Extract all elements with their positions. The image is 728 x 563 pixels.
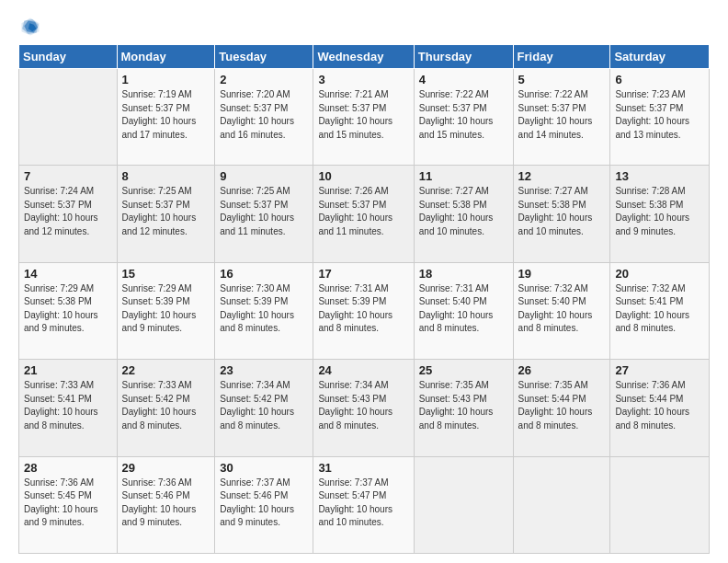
logo: [18, 17, 40, 37]
week-row-3: 21Sunrise: 7:33 AMSunset: 5:41 PMDayligh…: [19, 360, 710, 456]
calendar-cell: 7Sunrise: 7:24 AMSunset: 5:37 PMDaylight…: [19, 166, 118, 262]
header-day-thursday: Thursday: [414, 45, 513, 69]
day-info: Sunrise: 7:28 AMSunset: 5:38 PMDaylight:…: [615, 185, 704, 238]
calendar-cell: 27Sunrise: 7:36 AMSunset: 5:44 PMDayligh…: [610, 360, 710, 456]
calendar-cell: 24Sunrise: 7:34 AMSunset: 5:43 PMDayligh…: [313, 360, 414, 456]
calendar-cell: [513, 456, 610, 553]
day-info: Sunrise: 7:33 AMSunset: 5:41 PMDaylight:…: [24, 379, 112, 432]
day-info: Sunrise: 7:35 AMSunset: 5:43 PMDaylight:…: [419, 379, 508, 432]
day-info: Sunrise: 7:34 AMSunset: 5:42 PMDaylight:…: [220, 379, 308, 432]
calendar-cell: 21Sunrise: 7:33 AMSunset: 5:41 PMDayligh…: [19, 360, 118, 456]
day-info: Sunrise: 7:26 AMSunset: 5:37 PMDaylight:…: [318, 185, 408, 238]
calendar-cell: 16Sunrise: 7:30 AMSunset: 5:39 PMDayligh…: [215, 262, 313, 359]
day-number: 4: [419, 73, 508, 86]
day-info: Sunrise: 7:31 AMSunset: 5:40 PMDaylight:…: [419, 282, 508, 336]
calendar-cell: [414, 456, 513, 553]
day-number: 14: [24, 267, 112, 281]
day-number: 18: [419, 267, 508, 281]
calendar-cell: 2Sunrise: 7:20 AMSunset: 5:37 PMDaylight…: [215, 69, 313, 166]
day-info: Sunrise: 7:21 AMSunset: 5:37 PMDaylight:…: [318, 88, 408, 142]
calendar-cell: 1Sunrise: 7:19 AMSunset: 5:37 PMDaylight…: [117, 69, 215, 166]
calendar-cell: 11Sunrise: 7:27 AMSunset: 5:38 PMDayligh…: [414, 166, 513, 262]
day-number: 28: [24, 461, 112, 475]
day-number: 7: [24, 169, 112, 183]
week-row-4: 28Sunrise: 7:36 AMSunset: 5:45 PMDayligh…: [19, 456, 710, 553]
calendar-cell: 14Sunrise: 7:29 AMSunset: 5:38 PMDayligh…: [19, 262, 118, 359]
day-info: Sunrise: 7:36 AMSunset: 5:45 PMDaylight:…: [24, 477, 112, 530]
day-number: 27: [615, 363, 704, 377]
day-info: Sunrise: 7:37 AMSunset: 5:47 PMDaylight:…: [318, 477, 408, 530]
header-row: SundayMondayTuesdayWednesdayThursdayFrid…: [19, 45, 710, 69]
day-info: Sunrise: 7:30 AMSunset: 5:39 PMDaylight:…: [220, 282, 308, 336]
day-number: 6: [615, 73, 704, 86]
day-info: Sunrise: 7:20 AMSunset: 5:37 PMDaylight:…: [220, 88, 308, 142]
calendar-cell: 4Sunrise: 7:22 AMSunset: 5:37 PMDaylight…: [414, 69, 513, 166]
day-info: Sunrise: 7:27 AMSunset: 5:38 PMDaylight:…: [518, 185, 606, 238]
calendar-cell: 25Sunrise: 7:35 AMSunset: 5:43 PMDayligh…: [414, 360, 513, 456]
day-info: Sunrise: 7:29 AMSunset: 5:39 PMDaylight:…: [122, 282, 210, 336]
day-number: 12: [518, 169, 606, 183]
calendar-cell: 19Sunrise: 7:32 AMSunset: 5:40 PMDayligh…: [513, 262, 610, 359]
day-number: 16: [220, 267, 308, 281]
day-number: 19: [518, 267, 606, 281]
calendar-cell: 30Sunrise: 7:37 AMSunset: 5:46 PMDayligh…: [215, 456, 313, 553]
day-number: 29: [122, 461, 210, 475]
day-info: Sunrise: 7:24 AMSunset: 5:37 PMDaylight:…: [24, 185, 112, 238]
calendar-cell: 6Sunrise: 7:23 AMSunset: 5:37 PMDaylight…: [610, 69, 710, 166]
header-day-friday: Friday: [513, 45, 610, 69]
calendar-cell: 13Sunrise: 7:28 AMSunset: 5:38 PMDayligh…: [610, 166, 710, 262]
day-info: Sunrise: 7:22 AMSunset: 5:37 PMDaylight:…: [419, 88, 508, 142]
calendar-body: 1Sunrise: 7:19 AMSunset: 5:37 PMDaylight…: [19, 69, 710, 554]
day-number: 30: [220, 461, 308, 475]
day-info: Sunrise: 7:29 AMSunset: 5:38 PMDaylight:…: [24, 282, 112, 336]
day-info: Sunrise: 7:19 AMSunset: 5:37 PMDaylight:…: [122, 88, 210, 142]
day-info: Sunrise: 7:34 AMSunset: 5:43 PMDaylight:…: [318, 379, 408, 432]
calendar-table: SundayMondayTuesdayWednesdayThursdayFrid…: [18, 44, 710, 554]
day-info: Sunrise: 7:37 AMSunset: 5:46 PMDaylight:…: [220, 477, 308, 530]
day-number: 22: [122, 363, 210, 377]
day-number: 11: [419, 169, 508, 183]
calendar-cell: 26Sunrise: 7:35 AMSunset: 5:44 PMDayligh…: [513, 360, 610, 456]
calendar-cell: 29Sunrise: 7:36 AMSunset: 5:46 PMDayligh…: [117, 456, 215, 553]
header-day-monday: Monday: [117, 45, 215, 69]
calendar-cell: 10Sunrise: 7:26 AMSunset: 5:37 PMDayligh…: [313, 166, 414, 262]
day-info: Sunrise: 7:27 AMSunset: 5:38 PMDaylight:…: [419, 185, 508, 238]
logo-icon: [20, 17, 40, 37]
day-info: Sunrise: 7:33 AMSunset: 5:42 PMDaylight:…: [122, 379, 210, 432]
calendar-header: SundayMondayTuesdayWednesdayThursdayFrid…: [19, 45, 710, 69]
calendar-cell: 23Sunrise: 7:34 AMSunset: 5:42 PMDayligh…: [215, 360, 313, 456]
day-info: Sunrise: 7:25 AMSunset: 5:37 PMDaylight:…: [122, 185, 210, 238]
day-number: 2: [220, 73, 308, 86]
day-number: 10: [318, 169, 408, 183]
header-day-sunday: Sunday: [19, 45, 118, 69]
calendar-cell: 31Sunrise: 7:37 AMSunset: 5:47 PMDayligh…: [313, 456, 414, 553]
calendar-cell: 3Sunrise: 7:21 AMSunset: 5:37 PMDaylight…: [313, 69, 414, 166]
page: SundayMondayTuesdayWednesdayThursdayFrid…: [0, 0, 728, 563]
day-number: 25: [419, 363, 508, 377]
calendar-cell: 12Sunrise: 7:27 AMSunset: 5:38 PMDayligh…: [513, 166, 610, 262]
day-info: Sunrise: 7:35 AMSunset: 5:44 PMDaylight:…: [518, 379, 606, 432]
day-info: Sunrise: 7:31 AMSunset: 5:39 PMDaylight:…: [318, 282, 408, 336]
day-number: 1: [122, 73, 210, 86]
day-number: 3: [318, 73, 408, 86]
day-info: Sunrise: 7:32 AMSunset: 5:41 PMDaylight:…: [615, 282, 704, 336]
calendar-cell: 18Sunrise: 7:31 AMSunset: 5:40 PMDayligh…: [414, 262, 513, 359]
day-number: 5: [518, 73, 606, 86]
week-row-1: 7Sunrise: 7:24 AMSunset: 5:37 PMDaylight…: [19, 166, 710, 262]
day-number: 9: [220, 169, 308, 183]
header: [18, 17, 710, 37]
calendar-cell: 28Sunrise: 7:36 AMSunset: 5:45 PMDayligh…: [19, 456, 118, 553]
calendar-cell: 5Sunrise: 7:22 AMSunset: 5:37 PMDaylight…: [513, 69, 610, 166]
calendar-cell: 17Sunrise: 7:31 AMSunset: 5:39 PMDayligh…: [313, 262, 414, 359]
day-info: Sunrise: 7:36 AMSunset: 5:44 PMDaylight:…: [615, 379, 704, 432]
day-info: Sunrise: 7:23 AMSunset: 5:37 PMDaylight:…: [615, 88, 704, 142]
calendar-cell: 22Sunrise: 7:33 AMSunset: 5:42 PMDayligh…: [117, 360, 215, 456]
day-number: 24: [318, 363, 408, 377]
day-number: 8: [122, 169, 210, 183]
week-row-0: 1Sunrise: 7:19 AMSunset: 5:37 PMDaylight…: [19, 69, 710, 166]
day-info: Sunrise: 7:36 AMSunset: 5:46 PMDaylight:…: [122, 477, 210, 530]
day-number: 13: [615, 169, 704, 183]
week-row-2: 14Sunrise: 7:29 AMSunset: 5:38 PMDayligh…: [19, 262, 710, 359]
calendar-cell: 15Sunrise: 7:29 AMSunset: 5:39 PMDayligh…: [117, 262, 215, 359]
day-number: 23: [220, 363, 308, 377]
